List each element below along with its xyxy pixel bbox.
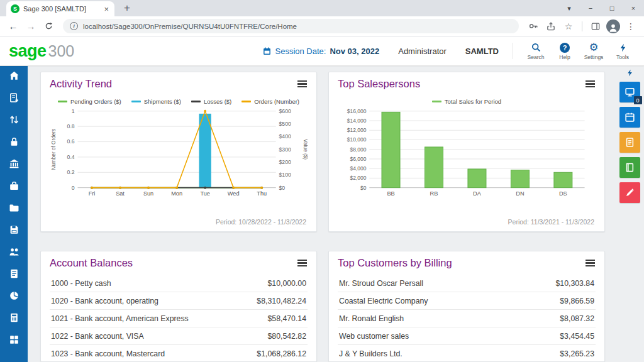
svg-text:$10,000: $10,000: [347, 136, 367, 143]
row-value: $10,303.84: [555, 279, 594, 288]
row-value: $1,068,286.12: [257, 349, 306, 358]
svg-text:DN: DN: [516, 190, 524, 197]
password-key-icon[interactable]: [526, 19, 540, 33]
svg-text:$16,000: $16,000: [347, 108, 367, 114]
sidebar-item-purchases[interactable]: [6, 177, 22, 194]
legend-item[interactable]: Orders (Number): [242, 98, 299, 105]
sidebar-item-analytics[interactable]: [6, 287, 22, 304]
quick-button-scheduler[interactable]: [619, 107, 640, 128]
widget-menu-icon[interactable]: [585, 79, 596, 90]
quick-button-notes[interactable]: [619, 132, 640, 153]
window-maximize-icon[interactable]: □: [601, 0, 623, 16]
home-icon: [8, 70, 20, 82]
legend-swatch-icon: [432, 101, 441, 102]
list-row[interactable]: Mr. Ronald English$8,087.32: [338, 310, 596, 327]
row-label: Mr. Stroud Oscar Persall: [339, 279, 423, 288]
list-row[interactable]: J & Y Builders Ltd.$3,265.23: [338, 345, 596, 362]
quick-launch-bar: 0: [615, 66, 644, 362]
list-row[interactable]: 1021 - Bank account, American Express$58…: [50, 310, 308, 327]
quick-button-edit[interactable]: [619, 182, 640, 203]
browser-tab-strip: S Sage 300 [SAMLTD] × + ▾ − □ ×: [0, 0, 644, 16]
widget-menu-icon[interactable]: [297, 258, 308, 269]
app-header: sage 300 Session Date: Nov 03, 2022 Admi…: [0, 36, 644, 66]
side-panel-icon[interactable]: [589, 19, 602, 33]
bookmark-star-icon[interactable]: ☆: [562, 19, 575, 33]
sidebar-item-calculator[interactable]: [6, 309, 22, 326]
window-close-icon[interactable]: ×: [623, 0, 644, 16]
address-bar[interactable]: i localhost/Sage300/OnPremise/QURNSU4tU0…: [63, 19, 519, 33]
legend-item[interactable]: Losses ($): [191, 98, 231, 105]
analytics-icon: [8, 290, 20, 302]
svg-text:$4,000: $4,000: [350, 165, 366, 172]
list-row[interactable]: 1020 - Bank account, operating$8,310,482…: [50, 292, 308, 310]
sidebar-item-order-entry[interactable]: [6, 89, 22, 106]
sidebar-item-folders[interactable]: [6, 199, 22, 216]
row-label: 1023 - Bank account, Mastercard: [51, 349, 165, 358]
help-button[interactable]: ? Help: [552, 42, 577, 60]
legend-swatch-icon: [242, 101, 251, 102]
share-icon[interactable]: [544, 19, 558, 33]
sidebar-item-transfers[interactable]: [6, 111, 22, 128]
svg-text:Sat: Sat: [116, 190, 125, 197]
widget-menu-icon[interactable]: [297, 79, 308, 90]
list-row[interactable]: 1023 - Bank account, Mastercard$1,068,28…: [50, 345, 308, 362]
browser-tab[interactable]: S Sage 300 [SAMLTD] ×: [6, 1, 114, 16]
legend-item[interactable]: Pending Orders ($): [58, 98, 121, 105]
svg-text:$8,000: $8,000: [350, 146, 366, 153]
sidebar-item-home[interactable]: [6, 67, 22, 84]
svg-text:$300: $300: [279, 146, 291, 153]
session-date[interactable]: Session Date: Nov 03, 2022: [262, 47, 380, 56]
order-entry-icon: [8, 92, 20, 104]
settings-button[interactable]: ⚙ Settings: [581, 42, 606, 60]
svg-text:Mon: Mon: [171, 190, 182, 197]
legend-swatch-icon: [58, 101, 67, 102]
list-row[interactable]: 1000 - Petty cash$10,000.00: [50, 275, 308, 292]
reload-icon[interactable]: [42, 19, 55, 33]
row-label: Web customer sales: [339, 332, 409, 341]
sidebar-item-reports[interactable]: [6, 265, 22, 282]
quick-launch-buttons: 0: [619, 82, 640, 207]
legend-item[interactable]: Shipments ($): [131, 98, 181, 105]
forward-icon[interactable]: →: [24, 19, 38, 33]
settings-gear-icon: ⚙: [589, 42, 598, 53]
svg-text:1: 1: [72, 108, 75, 114]
window-minimize-icon[interactable]: −: [580, 0, 601, 16]
new-tab-button[interactable]: +: [119, 1, 135, 15]
svg-text:0.8: 0.8: [67, 123, 75, 129]
widget-menu-icon[interactable]: [585, 258, 596, 269]
sidebar-item-banking[interactable]: [6, 155, 22, 172]
quick-launch-flash-icon[interactable]: [626, 68, 634, 78]
row-value: $58,470.14: [267, 314, 306, 323]
list-row[interactable]: Mr. Stroud Oscar Persall$10,303.84: [338, 275, 596, 292]
legend-label: Orders (Number): [254, 98, 299, 105]
sage-favicon: S: [11, 4, 19, 13]
svg-text:$14,000: $14,000: [347, 118, 367, 124]
site-info-icon[interactable]: i: [70, 22, 78, 30]
sidebar-item-apps[interactable]: [6, 331, 22, 348]
sidebar-item-security[interactable]: [6, 133, 22, 150]
sidebar-item-inventory[interactable]: [6, 221, 22, 238]
company-code[interactable]: SAMLTD: [465, 47, 499, 56]
list-row[interactable]: 1022 - Bank account, VISA$80,542.82: [50, 327, 308, 345]
user-name[interactable]: Administrator: [398, 47, 447, 56]
svg-text:$400: $400: [279, 133, 291, 140]
quick-button-open-windows[interactable]: 0: [619, 82, 640, 102]
profile-avatar[interactable]: [606, 19, 620, 33]
tab-title: Sage 300 [SAMLTD]: [23, 5, 99, 13]
svg-text:$200: $200: [279, 159, 291, 165]
sidebar-item-customers[interactable]: [6, 243, 22, 260]
tab-search-chevron-icon[interactable]: ▾: [558, 0, 580, 16]
tools-button[interactable]: Tools: [610, 42, 635, 60]
svg-text:DS: DS: [559, 190, 567, 197]
browser-menu-icon[interactable]: ⋮: [624, 19, 638, 33]
list-row[interactable]: Coastal Electric Company$9,866.59: [338, 292, 596, 310]
browser-toolbar: ← → i localhost/Sage300/OnPremise/QURNSU…: [0, 16, 644, 36]
quick-button-reports[interactable]: [619, 157, 640, 178]
list-row[interactable]: Web customer sales$3,454.45: [338, 327, 596, 345]
legend-item[interactable]: Total Sales for Period: [432, 98, 501, 105]
tab-close-icon[interactable]: ×: [103, 4, 110, 14]
session-date-label: Session Date:: [275, 47, 326, 56]
period-label: Period: 11/3/2021 - 11/3/2022: [338, 216, 596, 228]
back-icon[interactable]: ←: [6, 19, 20, 33]
search-button[interactable]: Search: [523, 42, 548, 60]
